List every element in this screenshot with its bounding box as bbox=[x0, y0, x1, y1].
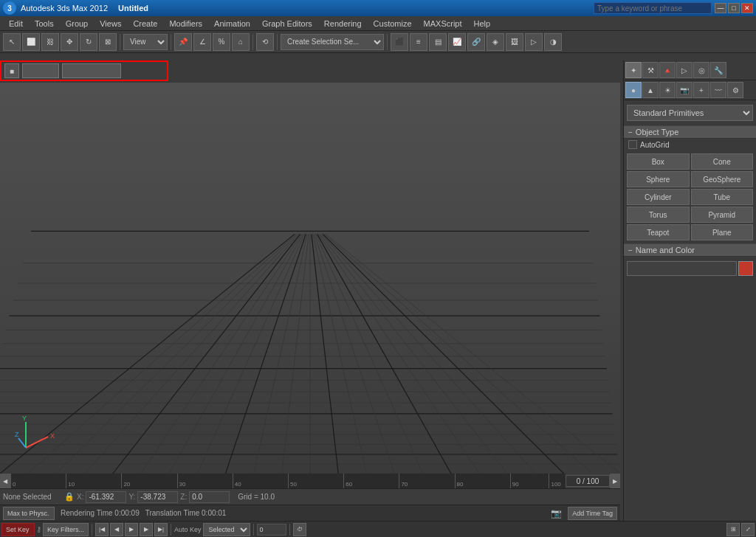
menu-group[interactable]: Group bbox=[60, 18, 94, 30]
snap-toggle-button[interactable]: 📌 bbox=[174, 33, 192, 51]
timeline-track[interactable]: 0 10 20 30 40 50 60 70 80 90 100 bbox=[10, 474, 566, 488]
name-color-header: − Name and Color bbox=[624, 243, 756, 257]
current-frame-input[interactable] bbox=[257, 524, 286, 536]
title-right: — □ ✕ bbox=[594, 2, 753, 14]
create-panel-icon[interactable]: ✦ bbox=[625, 62, 642, 78]
next-frame-button[interactable]: ▶ bbox=[140, 523, 153, 536]
shapes-icon[interactable]: ▲ bbox=[642, 82, 659, 98]
y-coord-input[interactable] bbox=[137, 491, 178, 503]
prev-frame-button[interactable]: ◀ bbox=[110, 523, 123, 536]
box-button[interactable]: Box bbox=[627, 153, 690, 170]
align-button[interactable]: ≡ bbox=[410, 33, 427, 51]
menu-animation[interactable]: Animation bbox=[208, 18, 256, 30]
add-time-tag-button[interactable]: Add Time Tag bbox=[568, 507, 617, 520]
search-input[interactable] bbox=[594, 2, 712, 14]
rotate-button[interactable]: ↻ bbox=[80, 33, 97, 51]
play-button[interactable]: ▶ bbox=[125, 523, 138, 536]
timeline-next-button[interactable]: ▶ bbox=[610, 474, 620, 488]
rect-select-button[interactable]: ⬜ bbox=[22, 33, 40, 51]
rendering-time-label: Rendering Time 0:00:09 bbox=[61, 509, 140, 517]
object-type-collapse[interactable]: − bbox=[628, 128, 633, 136]
bottom-sep-3 bbox=[253, 524, 254, 536]
key-filters-button[interactable]: Key Filters... bbox=[43, 523, 89, 536]
render-button[interactable]: ▷ bbox=[525, 33, 543, 51]
angle-snap-button[interactable]: ∠ bbox=[193, 33, 211, 51]
menu-views[interactable]: Views bbox=[94, 18, 127, 30]
camera-icon[interactable]: 📷 bbox=[551, 508, 562, 519]
pyramid-button[interactable]: Pyramid bbox=[691, 207, 754, 223]
material-button[interactable]: ◈ bbox=[487, 33, 504, 51]
primitives-dropdown[interactable]: Standard Primitives bbox=[627, 105, 753, 121]
menu-help[interactable]: Help bbox=[468, 18, 497, 30]
menu-customize[interactable]: Customize bbox=[368, 18, 418, 30]
modify-panel-icon[interactable]: ⚒ bbox=[642, 62, 659, 78]
none-selected-label: None Selected bbox=[3, 493, 62, 501]
torus-button[interactable]: Torus bbox=[627, 207, 690, 223]
lights-icon[interactable]: ☀ bbox=[659, 82, 676, 98]
create-selection-dropdown[interactable]: Create Selection Se... bbox=[281, 34, 384, 50]
highlight-btn-1[interactable]: ■ bbox=[4, 63, 19, 78]
geosphere-button[interactable]: GeoSphere bbox=[691, 171, 754, 187]
systems-icon[interactable]: ⚙ bbox=[727, 82, 743, 98]
menu-create[interactable]: Create bbox=[127, 18, 163, 30]
viewport-area[interactable]: Perspective X Y Z bbox=[0, 83, 620, 474]
go-start-button[interactable]: |◀ bbox=[95, 523, 109, 536]
mirror-button[interactable]: ⬛ bbox=[391, 33, 408, 51]
active-shade-button[interactable]: ◑ bbox=[544, 33, 562, 51]
highlight-btn-3[interactable] bbox=[62, 63, 121, 78]
view-config-button[interactable]: ⊞ bbox=[726, 523, 740, 536]
name-color-collapse[interactable]: − bbox=[628, 246, 633, 254]
helpers-icon[interactable]: + bbox=[693, 82, 709, 98]
menu-maxscript[interactable]: MAXScript bbox=[418, 18, 468, 30]
cone-button[interactable]: Cone bbox=[691, 153, 754, 170]
timeline-prev-button[interactable]: ◀ bbox=[0, 474, 10, 488]
autogrid-checkbox[interactable] bbox=[628, 140, 637, 149]
teapot-button[interactable]: Teapot bbox=[627, 224, 690, 240]
scale-button[interactable]: ⊠ bbox=[99, 33, 117, 51]
geometry-icon[interactable]: ● bbox=[625, 82, 642, 98]
tube-button[interactable]: Tube bbox=[691, 189, 754, 205]
spinner-snap-button[interactable]: ⌂ bbox=[232, 33, 250, 51]
layer-button[interactable]: ▤ bbox=[429, 33, 447, 51]
motion-panel-icon[interactable]: ▷ bbox=[676, 62, 693, 78]
sphere-button[interactable]: Sphere bbox=[627, 171, 690, 187]
display-panel-icon[interactable]: ◎ bbox=[693, 62, 709, 78]
view-dropdown[interactable]: View bbox=[123, 34, 168, 50]
spacewarps-icon[interactable]: 〰 bbox=[710, 82, 726, 98]
name-input-field[interactable] bbox=[627, 261, 737, 276]
menu-rendering[interactable]: Rendering bbox=[318, 18, 368, 30]
z-coord-input[interactable] bbox=[189, 491, 230, 503]
schematic-button[interactable]: 🔗 bbox=[467, 33, 485, 51]
y-label: Y: bbox=[128, 493, 135, 501]
lock-button[interactable]: 🔒 bbox=[64, 492, 75, 502]
menu-graph-editors[interactable]: Graph Editors bbox=[256, 18, 318, 30]
x-coord-input[interactable] bbox=[86, 491, 126, 503]
plane-button[interactable]: Plane bbox=[691, 224, 754, 240]
curve-editor-button[interactable]: 📈 bbox=[448, 33, 466, 51]
highlight-btn-2[interactable] bbox=[22, 63, 59, 78]
hierarchy-panel-icon[interactable]: 🔺 bbox=[659, 62, 676, 78]
cameras-icon[interactable]: 📷 bbox=[676, 82, 693, 98]
menu-modifiers[interactable]: Modifiers bbox=[163, 18, 208, 30]
max-to-physc-button[interactable]: Max to Physc. bbox=[3, 507, 55, 520]
full-bottom-bar: Set Key ⚷ Key Filters... |◀ ◀ ▶ ▶ ▶| Aut… bbox=[0, 521, 756, 537]
link-button[interactable]: ⛓ bbox=[41, 33, 59, 51]
render-setup-button[interactable]: 🖼 bbox=[506, 33, 523, 51]
select-tool-button[interactable]: ↖ bbox=[3, 33, 21, 51]
menu-tools[interactable]: Tools bbox=[29, 18, 60, 30]
menu-edit[interactable]: Edit bbox=[3, 18, 29, 30]
cylinder-button[interactable]: Cylinder bbox=[627, 189, 690, 205]
go-end-button[interactable]: ▶| bbox=[154, 523, 168, 536]
time-config-button[interactable]: ⏱ bbox=[293, 523, 306, 536]
close-button[interactable]: ✕ bbox=[741, 3, 753, 13]
maximize-viewport-button[interactable]: ⤢ bbox=[741, 523, 755, 536]
move-button[interactable]: ✥ bbox=[61, 33, 78, 51]
undo-button[interactable]: ⟲ bbox=[256, 33, 274, 51]
percent-snap-button[interactable]: % bbox=[213, 33, 230, 51]
set-key-button[interactable]: Set Key bbox=[1, 523, 35, 536]
color-swatch[interactable] bbox=[738, 261, 753, 276]
maximize-button[interactable]: □ bbox=[728, 3, 740, 13]
utilities-panel-icon[interactable]: 🔧 bbox=[710, 62, 726, 78]
minimize-button[interactable]: — bbox=[715, 3, 726, 13]
selected-dropdown[interactable]: Selected bbox=[203, 523, 250, 536]
